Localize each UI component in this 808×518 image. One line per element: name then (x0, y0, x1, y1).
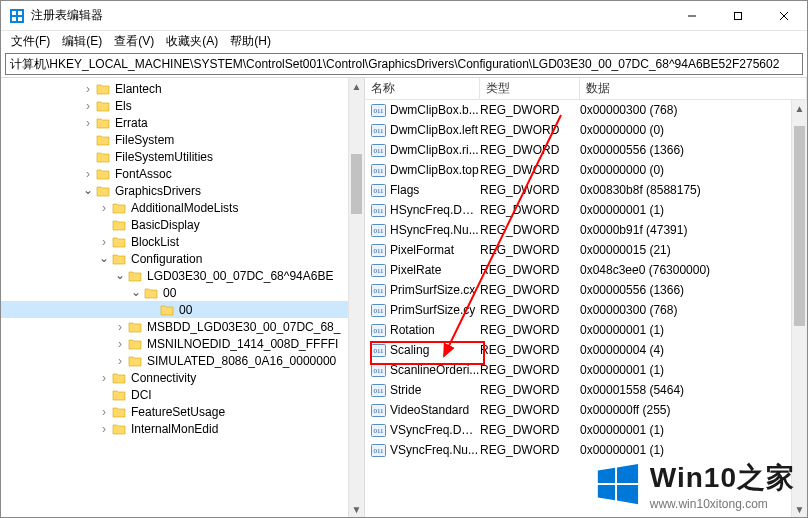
menu-help[interactable]: 帮助(H) (224, 32, 277, 51)
value-name: PixelFormat (390, 243, 480, 257)
tree-item[interactable]: FileSystem (1, 131, 348, 148)
value-row[interactable]: 011VSyncFreq.Nu...REG_DWORD0x00000001 (1… (365, 440, 791, 460)
value-name: DwmClipBox.ri... (390, 143, 480, 157)
expander-icon[interactable] (81, 116, 95, 130)
values-list[interactable]: 011DwmClipBox.b...REG_DWORD0x00000300 (7… (365, 100, 791, 517)
folder-icon (95, 133, 111, 147)
value-name: VideoStandard (390, 403, 480, 417)
expander-icon[interactable] (97, 235, 111, 249)
value-row[interactable]: 011VSyncFreq.Den...REG_DWORD0x00000001 (… (365, 420, 791, 440)
values-scrollbar[interactable]: ▲ ▼ (791, 100, 807, 517)
tree-item[interactable]: 00 (1, 301, 348, 318)
tree-item[interactable]: Els (1, 97, 348, 114)
value-data: 0x00000300 (768) (580, 103, 791, 117)
scroll-down-icon[interactable]: ▼ (349, 501, 364, 517)
registry-tree[interactable]: ElantechElsErrataFileSystemFileSystemUti… (1, 78, 348, 439)
tree-item[interactable]: DCI (1, 386, 348, 403)
tree-item[interactable]: Errata (1, 114, 348, 131)
value-row[interactable]: 011DwmClipBox.leftREG_DWORD0x00000000 (0… (365, 120, 791, 140)
value-data: 0x00000004 (4) (580, 343, 791, 357)
value-row[interactable]: 011HSyncFreq.Nu...REG_DWORD0x0000b91f (4… (365, 220, 791, 240)
value-row[interactable]: 011DwmClipBox.ri...REG_DWORD0x00000556 (… (365, 140, 791, 160)
value-data: 0x00000300 (768) (580, 303, 791, 317)
folder-icon (95, 150, 111, 164)
value-row[interactable]: 011StrideREG_DWORD0x00001558 (5464) (365, 380, 791, 400)
minimize-button[interactable] (669, 1, 715, 31)
header-type[interactable]: 类型 (480, 78, 580, 99)
expander-icon[interactable] (97, 253, 111, 264)
tree-item[interactable]: MSNILNOEDID_1414_008D_FFFFI (1, 335, 348, 352)
value-row[interactable]: 011RotationREG_DWORD0x00000001 (1) (365, 320, 791, 340)
value-row[interactable]: 011PixelFormatREG_DWORD0x00000015 (21) (365, 240, 791, 260)
value-row[interactable]: 011ScalingREG_DWORD0x00000004 (4) (365, 340, 791, 360)
tree-item[interactable]: FileSystemUtilities (1, 148, 348, 165)
dword-icon: 011 (370, 383, 386, 398)
dword-icon: 011 (370, 243, 386, 258)
tree-item[interactable]: SIMULATED_8086_0A16_0000000 (1, 352, 348, 369)
tree-item[interactable]: Configuration (1, 250, 348, 267)
value-data: 0x00000000 (0) (580, 123, 791, 137)
value-row[interactable]: 011DwmClipBox.topREG_DWORD0x00000000 (0) (365, 160, 791, 180)
value-type: REG_DWORD (480, 143, 580, 157)
expander-icon[interactable] (97, 371, 111, 385)
value-type: REG_DWORD (480, 423, 580, 437)
close-button[interactable] (761, 1, 807, 31)
tree-item[interactable]: 00 (1, 284, 348, 301)
tree-item[interactable]: Elantech (1, 80, 348, 97)
maximize-button[interactable] (715, 1, 761, 31)
value-type: REG_DWORD (480, 383, 580, 397)
expander-icon[interactable] (97, 201, 111, 215)
values-header: 名称 类型 数据 (365, 78, 807, 100)
expander-icon[interactable] (113, 337, 127, 351)
tree-scrollbar[interactable]: ▲ ▼ (348, 78, 364, 517)
tree-item[interactable]: FontAssoc (1, 165, 348, 182)
scroll-up-icon[interactable]: ▲ (792, 100, 807, 116)
tree-item[interactable]: BasicDisplay (1, 216, 348, 233)
value-row[interactable]: 011PrimSurfSize.cxREG_DWORD0x00000556 (1… (365, 280, 791, 300)
value-row[interactable]: 011HSyncFreq.Den...REG_DWORD0x00000001 (… (365, 200, 791, 220)
expander-icon[interactable] (113, 354, 127, 368)
value-row[interactable]: 011ScanlineOrderi...REG_DWORD0x00000001 … (365, 360, 791, 380)
value-data: 0x00000015 (21) (580, 243, 791, 257)
value-row[interactable]: 011PrimSurfSize.cyREG_DWORD0x00000300 (7… (365, 300, 791, 320)
header-data[interactable]: 数据 (580, 78, 807, 99)
tree-item[interactable]: MSBDD_LGD03E30_00_07DC_68_ (1, 318, 348, 335)
menu-view[interactable]: 查看(V) (108, 32, 160, 51)
menu-edit[interactable]: 编辑(E) (56, 32, 108, 51)
tree-item[interactable]: LGD03E30_00_07DC_68^94A6BE (1, 267, 348, 284)
scroll-up-icon[interactable]: ▲ (349, 78, 364, 94)
address-bar[interactable]: 计算机\HKEY_LOCAL_MACHINE\SYSTEM\ControlSet… (5, 53, 803, 75)
expander-icon[interactable] (97, 405, 111, 419)
tree-item-label: InternalMonEdid (131, 422, 218, 436)
tree-item[interactable]: GraphicsDrivers (1, 182, 348, 199)
expander-icon[interactable] (97, 422, 111, 436)
menu-favorites[interactable]: 收藏夹(A) (160, 32, 224, 51)
menu-bar: 文件(F) 编辑(E) 查看(V) 收藏夹(A) 帮助(H) (1, 31, 807, 51)
expander-icon[interactable] (81, 185, 95, 196)
expander-icon[interactable] (81, 99, 95, 113)
value-data: 0x0000b91f (47391) (580, 223, 791, 237)
scroll-thumb[interactable] (794, 126, 805, 326)
tree-item[interactable]: BlockList (1, 233, 348, 250)
expander-icon[interactable] (113, 270, 127, 281)
expander-icon[interactable] (129, 287, 143, 298)
value-row[interactable]: 011FlagsREG_DWORD0x00830b8f (8588175) (365, 180, 791, 200)
tree-item[interactable]: AdditionalModeLists (1, 199, 348, 216)
tree-item-label: LGD03E30_00_07DC_68^94A6BE (147, 269, 333, 283)
scroll-down-icon[interactable]: ▼ (792, 501, 807, 517)
scroll-thumb[interactable] (351, 154, 362, 214)
value-row[interactable]: 011PixelRateREG_DWORD0x048c3ee0 (7630000… (365, 260, 791, 280)
expander-icon[interactable] (113, 320, 127, 334)
menu-file[interactable]: 文件(F) (5, 32, 56, 51)
header-name[interactable]: 名称 (365, 78, 480, 99)
value-type: REG_DWORD (480, 163, 580, 177)
value-row[interactable]: 011DwmClipBox.b...REG_DWORD0x00000300 (7… (365, 100, 791, 120)
tree-item[interactable]: InternalMonEdid (1, 420, 348, 437)
value-row[interactable]: 011VideoStandardREG_DWORD0x000000ff (255… (365, 400, 791, 420)
tree-item[interactable]: FeatureSetUsage (1, 403, 348, 420)
tree-item[interactable]: Connectivity (1, 369, 348, 386)
tree-item-label: 00 (179, 303, 192, 317)
expander-icon[interactable] (81, 82, 95, 96)
value-name: DwmClipBox.top (390, 163, 480, 177)
expander-icon[interactable] (81, 167, 95, 181)
